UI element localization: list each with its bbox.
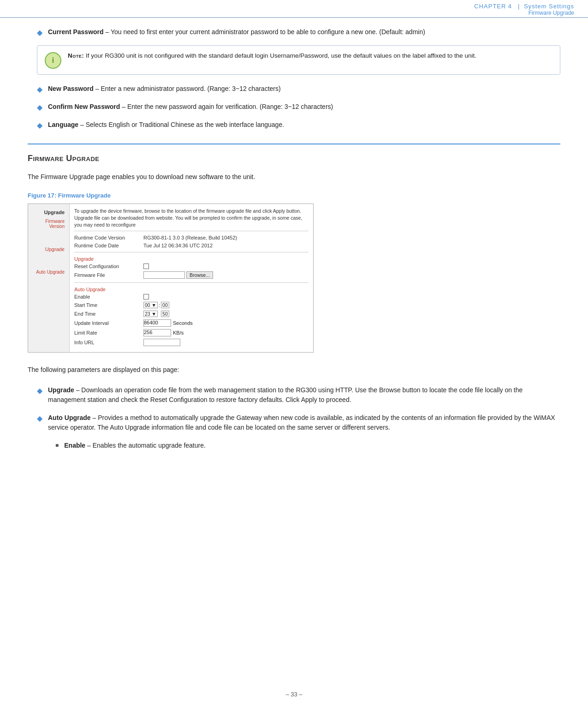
sub-bullet-content: – Enables the automatic upgrade feature. <box>85 442 206 449</box>
chapter-number: 4 <box>508 3 512 10</box>
page-number: – 33 – <box>285 691 302 698</box>
main-content: ◆ Current Password – You need to first e… <box>0 18 588 475</box>
bullet-label: Confirm New Password <box>48 103 120 110</box>
params-description: The following parameters are displayed o… <box>28 365 560 375</box>
note-label: Note: <box>68 52 84 59</box>
ss-upgrade-group: Upgrade <box>74 256 309 262</box>
diamond-icon: ◆ <box>37 85 42 94</box>
ss-sidebar-upgrade-head: Upgrade <box>30 208 67 217</box>
note-body: If your RG300 unit is not configured wit… <box>84 52 476 59</box>
bullet-current-password: ◆ Current Password – You need to first e… <box>28 27 560 37</box>
section-description: The Firmware Upgrade page enables you to… <box>28 172 560 182</box>
ss-limit-rate-label: Limit Rate <box>74 330 143 336</box>
diamond-icon: ◆ <box>37 414 42 423</box>
ss-limit-rate-unit: KB/s <box>171 330 184 336</box>
bullet-label: Current Password <box>48 28 104 36</box>
ss-sidebar-auto-upgrade: Auto Upgrade <box>30 268 67 276</box>
ss-end-time-min[interactable]: 50 <box>161 311 169 317</box>
screenshot-main: To upgrade the device firmware, browse t… <box>70 204 313 352</box>
section-divider <box>28 144 560 144</box>
square-icon: ■ <box>55 442 59 449</box>
screenshot-frame: Upgrade Firmware Version Upgrade Auto Up… <box>28 204 314 353</box>
ss-limit-rate-input[interactable]: 256 <box>143 329 171 336</box>
ss-start-time-hour[interactable]: 00 ▼ <box>143 302 158 308</box>
diamond-icon: ◆ <box>37 386 42 395</box>
ss-runtime-version-label: Runtime Code Version <box>74 235 143 240</box>
ss-enable-row: Enable <box>74 294 309 300</box>
diamond-icon: ◆ <box>37 28 42 37</box>
ss-version-row-2: Runtime Code Date Tue Jul 12 06:34:36 UT… <box>74 243 309 248</box>
diamond-icon: ◆ <box>37 103 42 112</box>
ss-reset-config-label: Reset Configuration <box>74 264 143 269</box>
ss-browse-button[interactable]: Browse... <box>186 271 213 279</box>
ss-enable-checkbox[interactable] <box>143 294 149 300</box>
ss-end-time-label: End Time <box>74 311 143 317</box>
note-text: Note: If your RG300 unit is not configur… <box>68 51 476 60</box>
ss-firmware-file-label: Firmware File <box>74 272 143 278</box>
bullet-label: Language <box>48 121 78 128</box>
section-heading: Firmware Upgrade <box>28 154 560 163</box>
sub-bullet-enable: ■ Enable – Enables the automatic upgrade… <box>28 441 560 450</box>
ss-runtime-version-value: RG300-81-1 3.0 3 (Release, Build 10452) <box>143 235 237 240</box>
bullet-language: ◆ Language – Selects English or Traditio… <box>28 120 560 130</box>
ss-version-row-1: Runtime Code Version RG300-81-1 3.0 3 (R… <box>74 235 309 240</box>
figure-label: Figure 17: Firmware Upgrade <box>28 192 560 199</box>
bullet-confirm-password: ◆ Confirm New Password – Enter the new p… <box>28 102 560 112</box>
bullet-content: – Enter a new administrator password. (R… <box>94 85 281 92</box>
header-subtitle: Firmware Upgrade <box>474 10 574 16</box>
ss-firmware-file-input[interactable] <box>143 271 185 279</box>
screenshot-inner: Upgrade Firmware Version Upgrade Auto Up… <box>28 204 313 352</box>
bullet-content: – Enter the new password again for verif… <box>120 103 333 110</box>
ss-divider-1 <box>74 252 309 252</box>
ss-reset-config-row: Reset Configuration <box>74 264 309 269</box>
ss-sidebar-upgrade: Upgrade <box>30 245 67 254</box>
ss-firmware-file-row: Firmware File Browse... <box>74 271 309 279</box>
ss-info-url-row: Info URL <box>74 339 309 346</box>
ss-enable-label: Enable <box>74 294 143 300</box>
header-right: CHAPTER 4 | System Settings Firmware Upg… <box>474 3 574 16</box>
bullet-label: Upgrade <box>48 386 74 394</box>
ss-start-time-min[interactable]: 00 <box>161 302 169 308</box>
ss-top-note: To upgrade the device firmware, browse t… <box>74 208 309 231</box>
ss-update-interval-row: Update Interval 86400 Seconds <box>74 319 309 327</box>
bullet-label: New Password <box>48 85 94 92</box>
ss-reset-config-checkbox[interactable] <box>143 264 149 269</box>
ss-update-interval-input[interactable]: 86400 <box>143 319 171 327</box>
bullet-upgrade: ◆ Upgrade – Downloads an operation code … <box>28 385 560 405</box>
bullet-content: – Provides a method to automatically upg… <box>48 414 555 431</box>
screenshot-sidebar: Upgrade Firmware Version Upgrade Auto Up… <box>28 204 70 352</box>
ss-end-time-row: End Time 23 ▼ 50 <box>74 311 309 317</box>
info-icon: i <box>45 52 61 69</box>
sub-bullet-label: Enable <box>64 442 85 449</box>
ss-limit-rate-row: Limit Rate 256 KB/s <box>74 329 309 336</box>
page-header: CHAPTER 4 | System Settings Firmware Upg… <box>0 0 588 18</box>
chapter-label: CHAPTER <box>474 3 506 10</box>
ss-update-interval-label: Update Interval <box>74 320 143 326</box>
bullet-label: Auto Upgrade <box>48 414 91 421</box>
diamond-icon: ◆ <box>37 121 42 130</box>
bullet-content: – Downloads an operation code file from … <box>48 386 523 403</box>
ss-start-time-label: Start Time <box>74 302 143 308</box>
ss-runtime-date-value: Tue Jul 12 06:34:36 UTC 2012 <box>143 243 213 248</box>
ss-auto-upgrade-group: Auto Upgrade <box>74 287 309 292</box>
ss-start-time-row: Start Time 00 ▼ : 00 <box>74 302 309 308</box>
ss-runtime-date-label: Runtime Code Date <box>74 243 143 248</box>
bullet-content: – Selects English or Traditional Chinese… <box>78 121 284 128</box>
bullet-content: – You need to first enter your current a… <box>104 28 425 36</box>
ss-divider-2 <box>74 282 309 283</box>
ss-info-url-input[interactable] <box>143 339 180 346</box>
page-footer: – 33 – <box>0 691 588 698</box>
bullet-auto-upgrade: ◆ Auto Upgrade – Provides a method to au… <box>28 413 560 432</box>
ss-info-url-label: Info URL <box>74 340 143 345</box>
ss-end-time-hour[interactable]: 23 ▼ <box>143 311 158 317</box>
ss-sidebar-firmware-version: Firmware Version <box>30 217 67 231</box>
chapter-title: System Settings <box>524 3 574 10</box>
header-chapter: CHAPTER 4 | System Settings <box>474 3 574 10</box>
note-box: i Note: If your RG300 unit is not config… <box>37 45 560 75</box>
bullet-new-password: ◆ New Password – Enter a new administrat… <box>28 84 560 94</box>
ss-update-interval-unit: Seconds <box>171 320 193 326</box>
